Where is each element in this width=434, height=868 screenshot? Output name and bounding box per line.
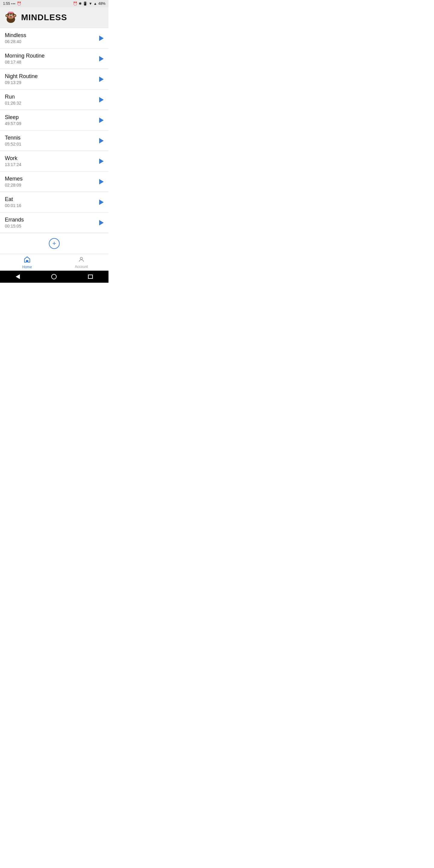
play-button[interactable]: [99, 118, 104, 123]
svg-point-21: [80, 257, 82, 259]
status-left: 1:55 ••• ⏰: [3, 1, 22, 6]
play-button[interactable]: [99, 76, 104, 82]
home-button[interactable]: [51, 274, 57, 279]
signal-dots: •••: [11, 2, 16, 5]
back-button[interactable]: [16, 274, 20, 279]
activity-name: Eat: [5, 196, 96, 203]
svg-point-15: [12, 16, 14, 18]
activity-info: Mindless06:28:40: [5, 32, 96, 44]
home-label: Home: [22, 265, 32, 269]
play-triangle-icon: [99, 56, 104, 61]
play-triangle-icon: [99, 138, 104, 144]
play-button[interactable]: [99, 179, 104, 184]
activity-duration: 13:17:24: [5, 162, 96, 167]
svg-point-3: [6, 15, 8, 17]
activity-item[interactable]: Mindless06:28:40: [0, 28, 108, 49]
add-activity-button[interactable]: +: [49, 238, 60, 249]
activity-duration: 09:13:29: [5, 80, 96, 85]
play-button[interactable]: [99, 36, 104, 41]
activity-info: Eat00:01:16: [5, 196, 96, 208]
play-triangle-icon: [99, 118, 104, 123]
activity-info: Errands00:15:05: [5, 217, 96, 228]
play-triangle-icon: [99, 220, 104, 225]
activity-name: Work: [5, 155, 96, 161]
svg-point-12: [10, 16, 11, 17]
play-button[interactable]: [99, 97, 104, 102]
activity-info: Night Routine09:13:29: [5, 73, 96, 85]
activity-item[interactable]: Work13:17:24: [0, 151, 108, 172]
play-triangle-icon: [99, 179, 104, 184]
play-triangle-icon: [99, 36, 104, 41]
activity-list: Mindless06:28:40Morning Routine08:17:48N…: [0, 28, 108, 233]
activity-duration: 00:01:16: [5, 203, 96, 208]
activity-info: Morning Routine08:17:48: [5, 53, 96, 64]
play-button[interactable]: [99, 56, 104, 61]
svg-point-19: [10, 12, 11, 13]
activity-duration: 06:28:40: [5, 39, 96, 44]
play-button[interactable]: [99, 220, 104, 225]
vibrate-icon: 📳: [83, 1, 87, 6]
activity-name: Night Routine: [5, 73, 96, 80]
activity-name: Sleep: [5, 114, 96, 121]
svg-point-5: [14, 15, 16, 17]
app-title: MINDLESS: [21, 13, 67, 22]
account-icon: [78, 256, 85, 264]
svg-point-9: [9, 15, 10, 16]
account-label: Account: [75, 265, 88, 269]
wifi-icon: ▼: [89, 1, 92, 6]
activity-item[interactable]: Sleep49:57:09: [0, 110, 108, 130]
activity-item[interactable]: Run01:26:32: [0, 90, 108, 110]
svg-rect-20: [26, 260, 28, 262]
recents-button[interactable]: [88, 275, 93, 279]
activity-info: Work13:17:24: [5, 155, 96, 167]
svg-point-14: [8, 16, 10, 18]
status-bar: 1:55 ••• ⏰ ⏰ ✱ 📳 ▼ ▲ 48%: [0, 0, 108, 7]
status-right: ⏰ ✱ 📳 ▼ ▲ 48%: [73, 1, 105, 6]
activity-duration: 02:28:09: [5, 183, 96, 187]
play-triangle-icon: [99, 199, 104, 205]
svg-point-18: [11, 12, 13, 13]
play-button[interactable]: [99, 158, 104, 164]
activity-item[interactable]: Tennis05:52:01: [0, 130, 108, 151]
battery-label: 48%: [98, 1, 105, 6]
bluetooth-icon: ✱: [79, 1, 82, 6]
home-icon: [24, 256, 31, 264]
nav-home[interactable]: Home: [0, 254, 54, 271]
activity-item[interactable]: Night Routine09:13:29: [0, 69, 108, 90]
activity-name: Mindless: [5, 32, 96, 38]
app-header: MINDLESS: [0, 7, 108, 28]
play-button[interactable]: [99, 138, 104, 144]
activity-duration: 00:15:05: [5, 224, 96, 228]
activity-item[interactable]: Morning Routine08:17:48: [0, 49, 108, 69]
activity-info: Tennis05:52:01: [5, 135, 96, 147]
activity-name: Run: [5, 94, 96, 100]
activity-item[interactable]: Eat00:01:16: [0, 192, 108, 213]
plus-icon: +: [53, 240, 56, 247]
android-nav-bar: [0, 271, 108, 283]
play-triangle-icon: [99, 158, 104, 164]
activity-name: Tennis: [5, 135, 96, 141]
signal-icon: ▲: [93, 1, 97, 6]
play-triangle-icon: [99, 97, 104, 102]
activity-item[interactable]: Memes02:28:09: [0, 172, 108, 192]
play-button[interactable]: [99, 199, 104, 205]
activity-duration: 05:52:01: [5, 142, 96, 147]
add-row: +: [0, 233, 108, 254]
activity-info: Run01:26:32: [5, 94, 96, 105]
activity-info: Memes02:28:09: [5, 176, 96, 187]
svg-point-13: [11, 16, 12, 17]
nav-account[interactable]: Account: [54, 254, 108, 271]
activity-name: Memes: [5, 176, 96, 182]
activity-info: Sleep49:57:09: [5, 114, 96, 126]
bottom-nav: Home Account: [0, 254, 108, 271]
activity-duration: 08:17:48: [5, 60, 96, 64]
activity-item[interactable]: Errands00:15:05: [0, 213, 108, 233]
play-triangle-icon: [99, 76, 104, 82]
activity-duration: 49:57:09: [5, 121, 96, 126]
alarm-icon-right: ⏰: [73, 1, 78, 6]
activity-name: Morning Routine: [5, 53, 96, 59]
activity-duration: 01:26:32: [5, 101, 96, 105]
status-time: 1:55: [3, 1, 10, 6]
app-logo: [4, 10, 18, 25]
alarm-icon: ⏰: [17, 1, 22, 6]
